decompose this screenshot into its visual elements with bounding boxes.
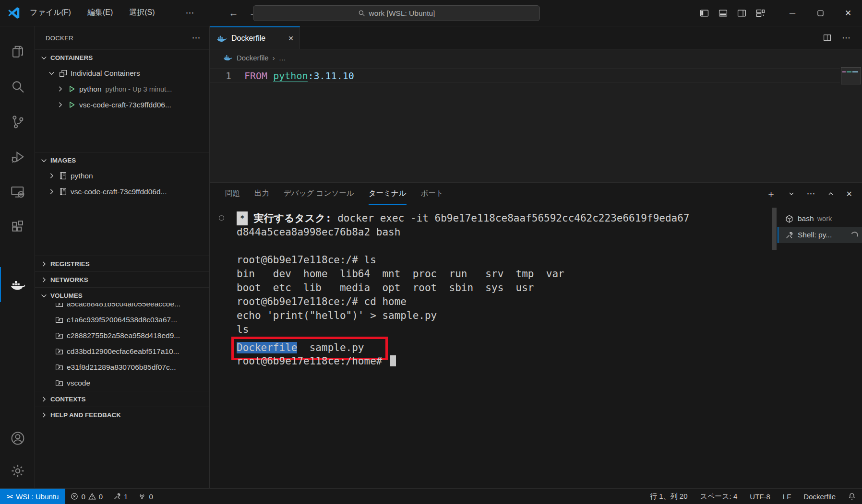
tree-item-image[interactable]: vsc-code-craft-73c9ffdd06d... bbox=[35, 184, 209, 199]
tree-item-volume[interactable]: vscode bbox=[35, 375, 209, 391]
sidebar-more-icon[interactable]: ⋯ bbox=[192, 33, 201, 43]
terminal-output[interactable]: *実行するタスク: docker exec -it 6b9e17e118ce8a… bbox=[210, 205, 771, 488]
menu-bar: ファイル(F) 編集(E) 選択(S) ⋯ bbox=[30, 8, 194, 18]
error-count: 0 bbox=[81, 492, 85, 501]
notifications-bell[interactable] bbox=[842, 492, 862, 500]
customize-layout-icon[interactable] bbox=[756, 9, 765, 18]
close-panel-icon[interactable]: ✕ bbox=[846, 189, 852, 199]
terminal-dropdown-icon[interactable] bbox=[788, 190, 795, 198]
explorer-icon[interactable] bbox=[0, 34, 35, 69]
tree-item-volume[interactable]: cd33bd12900ecfac6eabf517a10... bbox=[35, 343, 209, 359]
section-header-networks[interactable]: NETWORKS bbox=[35, 271, 209, 287]
new-terminal-icon[interactable]: ＋ bbox=[766, 188, 776, 200]
language-mode[interactable]: Dockerfile bbox=[797, 492, 842, 501]
section-header-help-and-feedback[interactable]: HELP AND FEEDBACK bbox=[35, 407, 209, 422]
panel-tab-デバッグ コンソール[interactable]: デバッグ コンソール bbox=[284, 183, 354, 205]
toggle-sidebar-icon[interactable] bbox=[700, 9, 709, 18]
panel-tab-問題[interactable]: 問題 bbox=[225, 183, 240, 205]
section-header-images[interactable]: IMAGES bbox=[35, 152, 209, 168]
section-header-volumes[interactable]: VOLUMES bbox=[35, 287, 209, 303]
terminal-line: root@6b9e17e118ce:/# ls bbox=[237, 253, 771, 267]
tree-item-group[interactable]: Individual Containers bbox=[35, 65, 209, 81]
breadcrumb-file[interactable]: Dockerfile bbox=[237, 54, 269, 62]
tree-item-label: vscode bbox=[67, 379, 90, 387]
menu-edit[interactable]: 編集(E) bbox=[87, 8, 113, 18]
tree-item-volume[interactable]: c1a6c939f520064538d8c03a67... bbox=[35, 312, 209, 328]
menu-selection[interactable]: 選択(S) bbox=[129, 8, 155, 18]
chevron-right-icon bbox=[40, 411, 48, 419]
section-header-registries[interactable]: REGISTRIES bbox=[35, 256, 209, 271]
tree-item-volume[interactable]: c28882755b2a58ea958d418ed9... bbox=[35, 328, 209, 343]
tree-item-volume[interactable]: a5cac88481b5c04af055eeaccoe... bbox=[35, 303, 209, 312]
minimize-button[interactable]: ─ bbox=[778, 0, 806, 26]
terminal-tab-Shell-py-[interactable]: Shell: py... bbox=[778, 227, 862, 243]
chevron-down-icon bbox=[40, 156, 48, 164]
split-editor-icon[interactable] bbox=[823, 34, 831, 42]
volume-icon bbox=[55, 347, 63, 355]
close-window-button[interactable]: ✕ bbox=[834, 0, 862, 26]
editor-more-icon[interactable]: ⋯ bbox=[842, 33, 850, 43]
breadcrumb[interactable]: Dockerfile › … bbox=[210, 49, 862, 66]
maximize-button[interactable] bbox=[806, 0, 834, 26]
tab-close-icon[interactable]: ✕ bbox=[288, 35, 294, 42]
chevron-right-icon bbox=[40, 260, 48, 268]
chevron-right-icon bbox=[48, 172, 56, 180]
source-control-icon[interactable] bbox=[0, 104, 35, 139]
bell-icon bbox=[848, 492, 856, 500]
menu-file[interactable]: ファイル(F) bbox=[30, 8, 71, 18]
search-view-icon[interactable] bbox=[0, 69, 35, 104]
docker-view-icon[interactable] bbox=[0, 267, 35, 302]
toggle-secondary-sidebar-icon[interactable] bbox=[737, 9, 746, 18]
back-arrow-icon[interactable]: ← bbox=[229, 8, 239, 19]
eol-sequence[interactable]: LF bbox=[777, 492, 798, 501]
feedback-count: 0 bbox=[149, 492, 153, 501]
tree-item-label: vsc-code-craft-73c9ffdd06d... bbox=[71, 188, 167, 196]
toggle-panel-icon[interactable] bbox=[718, 9, 728, 18]
cursor-position[interactable]: 行 1、列 20 bbox=[644, 492, 694, 501]
loading-spinner-icon bbox=[850, 231, 859, 240]
play-icon bbox=[68, 101, 76, 109]
tree-item-image[interactable]: python bbox=[35, 168, 209, 184]
tree-item-container[interactable]: pythonpython - Up 3 minut... bbox=[35, 81, 209, 97]
terminal-text: sample.py bbox=[297, 342, 364, 353]
panel-tab-ポート[interactable]: ポート bbox=[421, 183, 443, 205]
remote-explorer-icon[interactable] bbox=[0, 174, 35, 209]
terminal-line: Dockerfile sample.py bbox=[237, 337, 771, 354]
section-header-contexts[interactable]: CONTEXTS bbox=[35, 391, 209, 407]
feedback-status[interactable]: 0 bbox=[133, 489, 158, 504]
remote-icon: >< bbox=[7, 493, 12, 500]
panel-tab-ターミナル[interactable]: ターミナル bbox=[369, 183, 407, 205]
encoding[interactable]: UTF-8 bbox=[743, 492, 777, 501]
tools-icon bbox=[113, 492, 121, 500]
tree-item-label: c28882755b2a58ea958d418ed9... bbox=[67, 331, 180, 340]
breadcrumb-more[interactable]: … bbox=[279, 54, 286, 62]
maximize-panel-icon[interactable] bbox=[827, 190, 835, 198]
extensions-icon[interactable] bbox=[0, 209, 35, 244]
code-editor[interactable]: 1 FROM python:3.11.10 bbox=[210, 66, 862, 182]
terminal-tab-bash[interactable]: bashwork bbox=[778, 211, 862, 227]
tab-label: Dockerfile bbox=[231, 34, 265, 43]
command-center-search[interactable]: work [WSL: Ubuntu] bbox=[253, 5, 540, 21]
vscode-window: ファイル(F) 編集(E) 選択(S) ⋯ ← → work [WSL: Ubu… bbox=[0, 0, 862, 504]
section-header-containers[interactable]: CONTAINERS bbox=[35, 49, 209, 65]
panel-tab-出力[interactable]: 出力 bbox=[254, 183, 269, 205]
indentation[interactable]: スペース: 4 bbox=[694, 492, 744, 501]
remote-indicator[interactable]: >< WSL: Ubuntu bbox=[0, 489, 65, 504]
volume-icon bbox=[55, 303, 63, 308]
terminal-line: ls bbox=[237, 323, 771, 337]
problems-status[interactable]: 0 0 bbox=[65, 489, 108, 504]
settings-gear-icon[interactable] bbox=[0, 453, 35, 488]
menu-more-icon[interactable]: ⋯ bbox=[186, 8, 194, 18]
terminal-scrollbar[interactable] bbox=[771, 205, 778, 488]
error-icon bbox=[71, 492, 78, 500]
tab-dockerfile[interactable]: Dockerfile ✕ bbox=[210, 26, 300, 49]
tasks-status[interactable]: 1 bbox=[108, 489, 133, 504]
tree-item-container[interactable]: vsc-code-craft-73c9ffdd06... bbox=[35, 97, 209, 113]
sidebar-section-images: IMAGESpythonvsc-code-craft-73c9ffdd06d..… bbox=[35, 152, 209, 256]
run-debug-icon[interactable] bbox=[0, 139, 35, 174]
minimap[interactable] bbox=[841, 67, 861, 125]
code-image-name[interactable]: python bbox=[273, 70, 308, 82]
terminal-line: root@6b9e17e118ce:/# cd home bbox=[237, 295, 771, 309]
tree-item-volume[interactable]: e31f8d21289a830706b85df07c... bbox=[35, 359, 209, 375]
panel-more-icon[interactable]: ⋯ bbox=[807, 188, 815, 199]
